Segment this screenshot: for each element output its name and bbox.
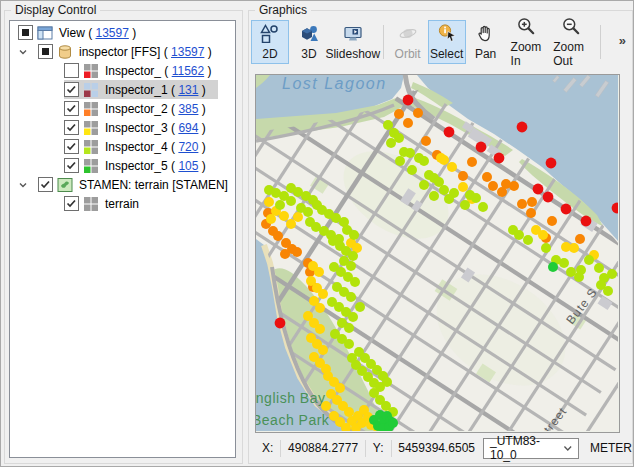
map-dot[interactable]	[348, 251, 358, 261]
toolbar-button-select[interactable]: Select	[428, 20, 466, 64]
tree-row-inspector_3[interactable]: Inspector_3 ( 694 )	[10, 118, 235, 137]
toolbar-overflow-button[interactable]: »	[619, 33, 626, 48]
tree-row-inspector_2[interactable]: Inspector_2 ( 385 )	[10, 99, 235, 118]
map-dot[interactable]	[275, 318, 286, 329]
tree-row-label[interactable]: STAMEN: terrain [STAMEN]	[79, 178, 228, 192]
map-dot[interactable]	[314, 267, 324, 277]
map-dot[interactable]	[335, 383, 345, 393]
map-dot[interactable]	[349, 230, 359, 240]
tree-row-stamen-terrain-stamen-[interactable]: STAMEN: terrain [STAMEN]	[10, 175, 235, 194]
toolbar-button-2d[interactable]: 2D	[251, 20, 289, 64]
map-dot[interactable]	[517, 199, 527, 209]
map-view[interactable]: Lost Lagoon English Bay Beach Park Bute …	[255, 74, 620, 433]
tree-row-label[interactable]: terrain	[105, 197, 139, 211]
map-dot[interactable]	[383, 120, 393, 130]
map-dot[interactable]	[419, 156, 429, 166]
tree-row-label[interactable]: View ( 13597 )	[59, 26, 136, 40]
map-dot[interactable]	[527, 197, 537, 207]
map-dot[interactable]	[476, 142, 487, 153]
map-dot[interactable]	[533, 184, 544, 195]
feature-count-link[interactable]: 13597	[95, 26, 128, 40]
map-dot[interactable]	[419, 180, 429, 190]
map-dot[interactable]	[315, 324, 325, 334]
feature-count-link[interactable]: 105	[178, 159, 198, 173]
map-dot[interactable]	[280, 249, 290, 259]
tree-row-label[interactable]: Inspector_3 ( 694 )	[105, 121, 206, 135]
map-dot[interactable]	[355, 302, 365, 312]
map-dot[interactable]	[413, 108, 423, 118]
map-dot[interactable]	[559, 258, 569, 268]
checkbox[interactable]	[64, 63, 79, 78]
map-dot[interactable]	[482, 172, 492, 182]
map-dot[interactable]	[275, 200, 285, 210]
map-dot[interactable]	[386, 138, 396, 148]
checkbox[interactable]	[64, 82, 79, 97]
map-dot[interactable]	[458, 171, 468, 181]
expander-icon[interactable]	[18, 47, 38, 57]
map-dot[interactable]	[346, 261, 356, 271]
map-dot[interactable]	[273, 231, 283, 241]
map-dot[interactable]	[344, 339, 354, 349]
map-dot[interactable]	[346, 292, 356, 302]
map-dot[interactable]	[543, 192, 554, 203]
map-dot[interactable]	[403, 95, 414, 106]
layer-tree[interactable]: View ( 13597 )inspector [FFS] ( 13597 )I…	[9, 20, 236, 458]
map-dot[interactable]	[548, 262, 558, 272]
tree-row-inspector_[interactable]: Inspector_ ( 11562 )	[10, 61, 235, 80]
checkbox[interactable]	[64, 196, 79, 211]
tree-row-terrain[interactable]: terrain	[10, 194, 235, 213]
map-dot[interactable]	[344, 407, 354, 417]
checkbox[interactable]	[64, 120, 79, 135]
map-dot[interactable]	[584, 255, 594, 265]
feature-count-link[interactable]: 131	[178, 83, 198, 97]
tree-row-inspector_1[interactable]: Inspector_1 ( 131 )	[10, 80, 235, 99]
map-dot[interactable]	[575, 234, 585, 244]
tree-row-label[interactable]: Inspector_2 ( 385 )	[105, 102, 206, 116]
map-dot[interactable]	[394, 109, 404, 119]
feature-count-link[interactable]: 13597	[171, 45, 204, 59]
map-dot[interactable]	[429, 191, 439, 201]
map-dot[interactable]	[395, 156, 405, 166]
map-dot[interactable]	[458, 182, 468, 192]
tree-row-inspector_4[interactable]: Inspector_4 ( 720 )	[10, 137, 235, 156]
map-dot[interactable]	[607, 269, 617, 279]
map-dot[interactable]	[471, 193, 481, 203]
expander-icon[interactable]	[18, 180, 38, 190]
map-dot[interactable]	[569, 243, 579, 253]
map-dot[interactable]	[382, 377, 392, 387]
feature-count-link[interactable]: 11562	[172, 64, 204, 78]
map-dot[interactable]	[388, 418, 398, 428]
toolbar-button-zoom-out[interactable]: Zoom Out	[547, 20, 594, 64]
map-dot[interactable]	[541, 243, 551, 253]
map-dot[interactable]	[478, 202, 488, 212]
map-dot[interactable]	[439, 185, 449, 195]
map-dot[interactable]	[509, 181, 519, 191]
map-dot[interactable]	[286, 196, 296, 206]
map-dot[interactable]	[407, 165, 417, 175]
tree-row-label[interactable]: Inspector_ ( 11562 )	[105, 64, 212, 78]
tree-row-inspector_5[interactable]: Inspector_5 ( 105 )	[10, 156, 235, 175]
toolbar-button-zoom-in[interactable]: Zoom In	[506, 20, 547, 64]
map-dot[interactable]	[318, 345, 328, 355]
map-dot[interactable]	[517, 122, 528, 133]
map-dot[interactable]	[444, 127, 455, 138]
map-dot[interactable]	[405, 148, 415, 158]
map-dot[interactable]	[348, 312, 358, 322]
tree-row-label[interactable]: Inspector_4 ( 720 )	[105, 140, 206, 154]
toolbar-button-slideshow[interactable]: Slideshow	[329, 20, 377, 64]
map-dot[interactable]	[279, 211, 289, 221]
map-dot[interactable]	[318, 289, 328, 299]
map-dot[interactable]	[497, 187, 507, 197]
map-dot[interactable]	[344, 323, 354, 333]
feature-count-link[interactable]: 694	[178, 121, 198, 135]
map-dot[interactable]	[439, 155, 449, 165]
feature-count-link[interactable]: 720	[178, 140, 198, 154]
map-dot[interactable]	[581, 216, 592, 227]
tree-row-view[interactable]: View ( 13597 )	[10, 23, 235, 42]
map-dot[interactable]	[292, 247, 302, 257]
map-dot[interactable]	[546, 158, 557, 169]
map-dot[interactable]	[350, 277, 360, 287]
map-dot[interactable]	[315, 303, 325, 313]
map-dot[interactable]	[561, 204, 572, 215]
tree-row-label[interactable]: Inspector_5 ( 105 )	[105, 159, 206, 173]
